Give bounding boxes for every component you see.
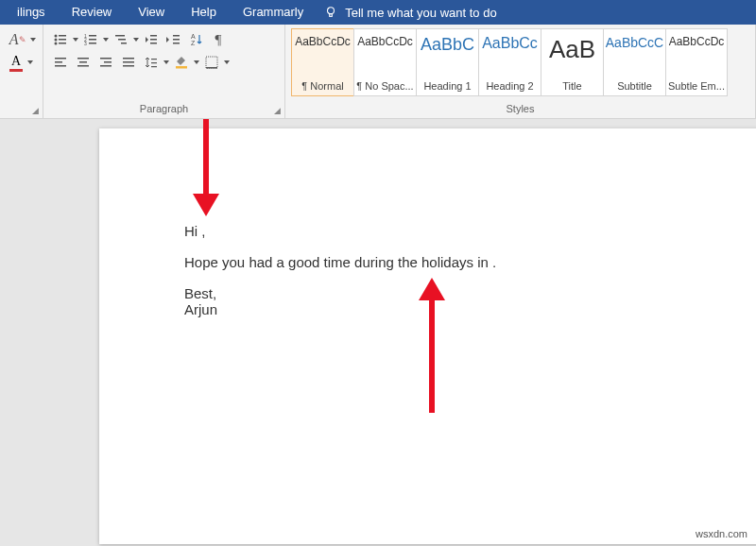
svg-rect-20 [150, 43, 157, 44]
borders-button[interactable] [201, 52, 222, 73]
align-left-button[interactable] [50, 52, 71, 73]
svg-point-4 [55, 39, 58, 42]
tab-review[interactable]: Review [59, 0, 126, 25]
increase-indent-button[interactable] [163, 29, 184, 50]
font-color-button[interactable]: A [7, 52, 26, 73]
svg-rect-19 [150, 39, 157, 41]
svg-rect-37 [123, 61, 134, 63]
style-preview: AaBbCcDc [669, 35, 725, 48]
font-color-dropdown[interactable] [26, 52, 34, 73]
shading-dropdown[interactable] [193, 52, 200, 73]
clear-formatting-button[interactable]: A✎ [7, 29, 28, 50]
svg-rect-30 [77, 58, 89, 60]
style-preview: AaBbC [421, 35, 474, 55]
style-preview: AaB [549, 35, 595, 64]
lightbulb-icon [324, 6, 337, 19]
ribbon-tabs: ilings Review View Help Grammarly Tell m… [0, 0, 756, 25]
style-preview: AaBbCcC [606, 35, 663, 50]
svg-text:A: A [191, 33, 196, 40]
svg-rect-14 [115, 35, 125, 37]
svg-rect-9 [89, 35, 96, 37]
tell-me-search[interactable]: Tell me what you want to do [324, 6, 496, 20]
tab-view[interactable]: View [125, 0, 178, 25]
align-center-button[interactable] [73, 52, 94, 73]
style-gallery: AaBbCcDc¶ NormalAaBbCcDc¶ No Spac...AaBb… [291, 28, 749, 96]
multilevel-list-button[interactable] [111, 29, 131, 50]
styles-group-label: Styles [291, 101, 749, 116]
svg-rect-15 [118, 39, 126, 41]
style-item-heading-2[interactable]: AaBbCcHeading 2 [478, 28, 541, 96]
svg-rect-42 [176, 66, 187, 69]
document-area: Hi , Hope you had a good time during the… [0, 119, 756, 546]
show-hide-marks-button[interactable]: ¶ [209, 29, 228, 50]
svg-rect-1 [330, 14, 333, 17]
justify-button[interactable] [118, 52, 139, 73]
line-spacing-button[interactable] [141, 52, 162, 73]
svg-rect-5 [59, 39, 66, 41]
font-dialog-launcher[interactable]: ◢ [29, 105, 41, 116]
tell-me-text: Tell me what you want to do [345, 6, 496, 20]
style-name: ¶ Normal [301, 80, 343, 92]
doc-line-greeting[interactable]: Hi , [184, 223, 756, 239]
svg-rect-13 [89, 43, 96, 44]
style-name: Subtle Em... [668, 80, 725, 92]
svg-point-2 [55, 35, 58, 38]
tab-grammarly[interactable]: Grammarly [230, 0, 317, 25]
line-spacing-dropdown[interactable] [163, 52, 170, 73]
svg-rect-18 [150, 35, 157, 37]
shading-button[interactable] [171, 52, 192, 73]
style-name: Title [562, 80, 581, 92]
paragraph-group-label: Paragraph [49, 101, 279, 116]
style-item-title[interactable]: AaBTitle [541, 28, 603, 96]
svg-point-0 [328, 8, 335, 14]
style-name: Subtitle [617, 80, 652, 92]
svg-marker-17 [146, 37, 148, 43]
svg-rect-33 [100, 58, 112, 60]
bullets-dropdown[interactable] [72, 29, 79, 50]
svg-text:Z: Z [191, 40, 196, 46]
paragraph-dialog-launcher[interactable]: ◢ [271, 105, 283, 116]
borders-dropdown[interactable] [223, 52, 231, 73]
svg-rect-23 [173, 39, 180, 41]
decrease-indent-button[interactable] [141, 29, 162, 50]
numbering-dropdown[interactable] [102, 29, 110, 50]
style-item-subtle-em-[interactable]: AaBbCcDcSubtle Em... [665, 28, 728, 96]
svg-marker-21 [166, 37, 169, 43]
multilevel-dropdown[interactable] [132, 29, 140, 50]
svg-rect-22 [173, 35, 180, 37]
style-item--normal[interactable]: AaBbCcDc¶ Normal [291, 28, 353, 96]
style-item--no-spac-[interactable]: AaBbCcDc¶ No Spac... [353, 28, 416, 96]
sort-button[interactable]: AZ [186, 29, 207, 50]
annotation-arrow-down [193, 119, 219, 216]
svg-rect-39 [151, 59, 157, 60]
svg-rect-29 [55, 65, 66, 67]
svg-rect-3 [59, 35, 66, 37]
svg-rect-27 [55, 58, 66, 60]
svg-rect-7 [59, 43, 66, 44]
doc-line-body[interactable]: Hope you had a good time during the holi… [184, 254, 756, 270]
paragraph-group: 123 AZ ¶ Paragraph ◢ [43, 25, 285, 118]
font-group-fragment: A✎ A ◢ [0, 25, 43, 118]
style-name: ¶ No Spac... [356, 80, 413, 92]
svg-rect-11 [89, 39, 96, 41]
style-preview: AaBbCc [482, 35, 538, 52]
style-preview: AaBbCcDc [357, 35, 413, 48]
bullets-button[interactable] [50, 29, 71, 50]
tab-help[interactable]: Help [178, 0, 230, 25]
svg-rect-35 [100, 65, 112, 67]
style-item-heading-1[interactable]: AaBbCHeading 1 [416, 28, 478, 96]
doc-line-signoff[interactable]: Best, [184, 285, 756, 301]
align-right-button[interactable] [95, 52, 116, 73]
tab-mailings[interactable]: ilings [4, 0, 59, 25]
svg-rect-32 [77, 65, 89, 67]
style-item-subtitle[interactable]: AaBbCcCSubtitle [603, 28, 665, 96]
svg-rect-40 [151, 62, 157, 63]
numbering-button[interactable]: 123 [80, 29, 101, 50]
style-preview: AaBbCcDc [295, 35, 351, 48]
clear-formatting-dropdown[interactable] [29, 29, 37, 50]
document-page[interactable]: Hi , Hope you had a good time during the… [99, 128, 756, 544]
annotation-arrow-up [419, 278, 445, 410]
svg-rect-28 [55, 61, 62, 63]
doc-line-name[interactable]: Arjun [184, 301, 756, 317]
svg-rect-38 [123, 65, 134, 67]
